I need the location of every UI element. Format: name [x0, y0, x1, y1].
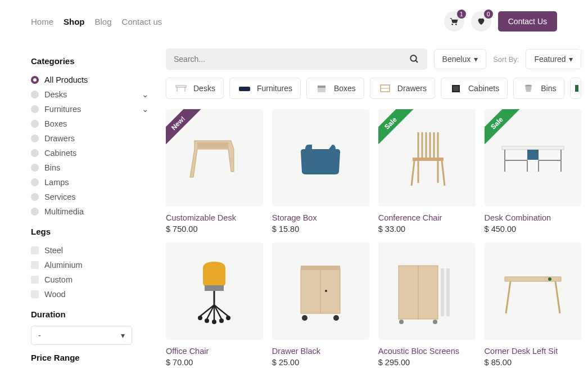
sort-dropdown[interactable]: Featured ▾: [526, 49, 581, 69]
svg-point-42: [226, 316, 230, 320]
heart-icon: [477, 17, 486, 26]
leg-label: Wood: [44, 290, 66, 299]
svg-point-49: [325, 290, 327, 292]
cart-badge: 1: [457, 10, 466, 19]
svg-rect-27: [527, 150, 539, 160]
category-item[interactable]: Drawers: [31, 131, 149, 146]
svg-point-0: [410, 55, 417, 61]
product-title: Customizable Desk: [166, 213, 263, 222]
category-item[interactable]: All Products: [31, 73, 149, 87]
product-title: Office Chair: [166, 347, 263, 356]
search-icon: [409, 54, 419, 64]
svg-rect-13: [575, 85, 578, 92]
leg-filter-item[interactable]: Steel: [31, 243, 149, 258]
product-image: [485, 243, 582, 340]
chip-label: Boxes: [334, 84, 356, 93]
category-item[interactable]: Lamps: [31, 175, 149, 190]
category-item[interactable]: Desks ⌄: [31, 87, 149, 102]
sort-value: Featured: [534, 55, 566, 64]
category-item[interactable]: Bins: [31, 160, 149, 175]
radio-icon: [31, 134, 39, 142]
svg-point-44: [219, 318, 224, 323]
checkbox-icon: [31, 246, 39, 254]
sort-label: Sort By:: [493, 55, 519, 64]
chip-icon: [174, 83, 188, 94]
nav-shop[interactable]: Shop: [64, 17, 85, 26]
region-dropdown[interactable]: Benelux ▾: [434, 49, 487, 69]
leg-label: Steel: [44, 246, 63, 255]
product-price: $ 450.00: [485, 225, 582, 234]
chip-icon: [449, 83, 463, 94]
product-card[interactable]: Office Chair $ 70.00: [166, 243, 263, 367]
duration-heading: Duration: [31, 309, 149, 319]
category-item[interactable]: Services: [31, 190, 149, 204]
checkbox-icon: [31, 261, 39, 269]
svg-point-43: [205, 318, 209, 323]
category-item[interactable]: Furnitures ⌄: [31, 102, 149, 116]
product-title: Storage Box: [272, 213, 369, 222]
wishlist-button[interactable]: 0: [471, 11, 491, 32]
nav-home[interactable]: Home: [31, 17, 53, 26]
wishlist-badge: 0: [484, 10, 493, 19]
svg-rect-5: [239, 87, 250, 91]
category-list: All Products Desks ⌄ Furnitures ⌄ Boxes …: [31, 73, 149, 219]
leg-filter-item[interactable]: Wood: [31, 287, 149, 302]
leg-label: Custom: [44, 275, 73, 284]
duration-select[interactable]: - ▾: [31, 326, 132, 345]
svg-line-37: [214, 305, 228, 316]
svg-line-22: [411, 161, 414, 186]
leg-label: Aluminium: [44, 261, 83, 270]
product-card[interactable]: Sale Conference Chair $ 33.00: [378, 109, 476, 234]
search-box[interactable]: [166, 48, 427, 70]
chip-icon: [238, 83, 251, 94]
product-card[interactable]: Corner Desk Left Sit $ 85.00: [485, 243, 582, 367]
svg-line-59: [555, 281, 560, 313]
product-card[interactable]: Acoustic Bloc Screens $ 295.00: [378, 243, 476, 367]
main-layout: Categories All Products Desks ⌄ Furnitur…: [31, 48, 557, 368]
search-input[interactable]: [174, 55, 409, 64]
svg-rect-2: [176, 86, 186, 87]
svg-line-23: [442, 161, 445, 186]
category-item[interactable]: Multimedia: [31, 204, 149, 219]
product-title: Drawer Black: [272, 347, 369, 356]
price-range-heading: Price Range: [31, 353, 149, 362]
svg-rect-7: [318, 86, 325, 88]
category-chips: DesksFurnituresBoxesDrawersCabinetsBins: [166, 78, 581, 99]
nav-contact[interactable]: Contact us: [122, 17, 162, 26]
product-card[interactable]: Storage Box $ 15.80: [272, 109, 369, 234]
chip-cabinets[interactable]: Cabinets: [441, 78, 508, 99]
cart-button[interactable]: 1: [444, 11, 464, 32]
product-card[interactable]: Sale Desk Combination $ 450.00: [485, 109, 582, 234]
product-title: Acoustic Bloc Screens: [378, 347, 476, 356]
product-price: $ 70.00: [166, 358, 263, 367]
product-price: $ 85.00: [485, 358, 582, 367]
leg-filter-item[interactable]: Aluminium: [31, 258, 149, 272]
header-actions: 1 0 Contact Us: [444, 11, 557, 32]
contact-us-button[interactable]: Contact Us: [498, 11, 557, 32]
category-item[interactable]: Cabinets: [31, 146, 149, 160]
product-card[interactable]: New! Customizable Desk $ 750.00: [166, 109, 263, 234]
main-nav: Home Shop Blog Contact us: [31, 17, 162, 26]
chip-desks[interactable]: Desks: [166, 78, 224, 99]
radio-icon: [31, 164, 39, 172]
caret-down-icon: ▾: [121, 331, 125, 340]
product-price: $ 33.00: [378, 225, 476, 234]
chip-more[interactable]: [570, 78, 581, 99]
svg-line-36: [200, 305, 214, 316]
chip-boxes[interactable]: Boxes: [306, 78, 364, 99]
product-grid: New! Customizable Desk $ 750.00 Storage …: [166, 109, 581, 367]
checkbox-icon: [31, 290, 39, 298]
chip-furnitures[interactable]: Furnitures: [229, 78, 301, 99]
product-card[interactable]: Drawer Black $ 25.00: [272, 243, 369, 367]
leg-filter-item[interactable]: Custom: [31, 272, 149, 287]
chip-icon: [573, 83, 581, 94]
toolbar: Benelux ▾ Sort By: Featured ▾: [166, 48, 581, 70]
header: Home Shop Blog Contact us 1 0 Contact Us: [31, 11, 557, 32]
chip-bins[interactable]: Bins: [513, 78, 564, 99]
radio-icon: [31, 120, 39, 128]
chip-drawers[interactable]: Drawers: [370, 78, 435, 99]
radio-icon: [31, 91, 39, 98]
radio-icon: [31, 208, 39, 216]
nav-blog[interactable]: Blog: [95, 17, 112, 26]
category-item[interactable]: Boxes: [31, 116, 149, 131]
